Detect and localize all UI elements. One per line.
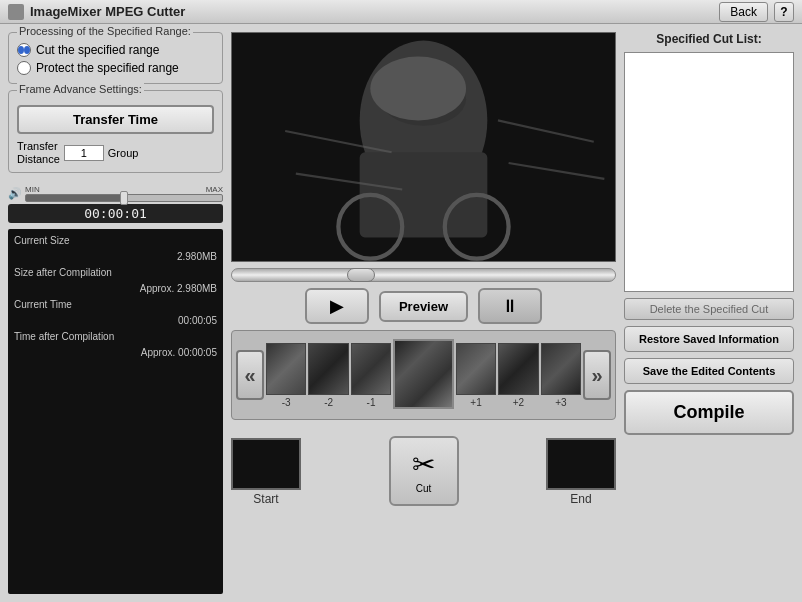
transport-row: ▶ Preview ⏸: [231, 288, 616, 324]
film-thumb-plus2: [498, 343, 538, 395]
film-frame-minus1: -1: [351, 343, 391, 408]
start-thumb: [231, 438, 301, 490]
time-display: 00:00:01: [8, 204, 223, 223]
info-panel: Current Size 2.980MB Size after Compilat…: [8, 229, 223, 594]
film-frame-plus2: +2: [498, 343, 538, 408]
film-frame-plus3: +3: [541, 343, 581, 408]
preview-button[interactable]: Preview: [379, 291, 468, 322]
current-size-label: Current Size: [14, 233, 70, 249]
volume-slider[interactable]: [25, 194, 223, 202]
back-button[interactable]: Back: [719, 2, 768, 22]
current-size-value: 2.980MB: [177, 249, 217, 265]
center-panel: ▶ Preview ⏸ « -3: [231, 32, 616, 594]
cut-radio[interactable]: [17, 43, 31, 57]
vol-min-label: MIN: [25, 185, 40, 194]
time-after-label: Time after Compilation: [14, 329, 114, 345]
volume-thumb[interactable]: [120, 191, 128, 205]
film-frame-minus2: -2: [308, 343, 348, 408]
right-panel: Specified Cut List: Delete the Specified…: [624, 32, 794, 594]
play-button[interactable]: ▶: [305, 288, 369, 324]
film-thumb-plus3: [541, 343, 581, 395]
filmstrip: « -3 -2 -1: [231, 330, 616, 420]
transfer-distance-label: TransferDistance: [17, 140, 60, 166]
cut-option-row[interactable]: Cut the specified range: [17, 43, 214, 57]
film-frame-plus1: +1: [456, 343, 496, 408]
end-section: End: [546, 438, 616, 506]
play-icon: ▶: [330, 295, 344, 317]
save-button[interactable]: Save the Edited Contents: [624, 358, 794, 384]
video-frame: [232, 33, 615, 261]
film-thumb-plus1: [456, 343, 496, 395]
protect-option-row[interactable]: Protect the specified range: [17, 61, 214, 75]
filmstrip-prev-button[interactable]: «: [236, 350, 264, 400]
film-thumb-center: [393, 339, 454, 409]
scrubber-row: [231, 268, 616, 282]
film-label-plus1: +1: [470, 397, 481, 408]
cut-button[interactable]: ✂ Cut: [389, 436, 459, 506]
transfer-time-button[interactable]: Transfer Time: [17, 105, 214, 134]
pause-button[interactable]: ⏸: [478, 288, 542, 324]
film-label-minus3: -3: [282, 397, 291, 408]
restore-button[interactable]: Restore Saved Information: [624, 326, 794, 352]
current-time-label: Current Time: [14, 297, 72, 313]
film-thumb-minus3: [266, 343, 306, 395]
transfer-distance-input[interactable]: [64, 145, 104, 161]
scissors-icon: ✂: [412, 448, 435, 481]
film-label-plus3: +3: [555, 397, 566, 408]
end-thumb: [546, 438, 616, 490]
filmstrip-next-button[interactable]: »: [583, 350, 611, 400]
frame-advance-group: Frame Advance Settings: Transfer Time Tr…: [8, 90, 223, 173]
start-label: Start: [253, 492, 278, 506]
film-thumb-minus1: [351, 343, 391, 395]
film-label-minus1: -1: [367, 397, 376, 408]
protect-label: Protect the specified range: [36, 61, 179, 75]
help-button[interactable]: ?: [774, 2, 794, 22]
next-icon: »: [591, 364, 602, 387]
protect-radio[interactable]: [17, 61, 31, 75]
speaker-icon: 🔊: [8, 187, 22, 200]
left-panel: Processing of the Specified Range: Cut t…: [8, 32, 223, 594]
film-label-minus2: -2: [324, 397, 333, 408]
title-bar: ImageMixer MPEG Cutter Back ?: [0, 0, 802, 24]
film-frame-minus3: -3: [266, 343, 306, 408]
end-label: End: [570, 492, 591, 506]
svg-point-3: [370, 57, 466, 121]
vol-max-label: MAX: [206, 185, 223, 194]
cut-label: Cut: [416, 483, 432, 494]
processing-group: Processing of the Specified Range: Cut t…: [8, 32, 223, 84]
video-svg: [232, 33, 615, 261]
scrubber-thumb[interactable]: [347, 268, 375, 282]
start-section: Start: [231, 438, 301, 506]
cut-list-box: [624, 52, 794, 292]
volume-section: 🔊 MIN MAX 00:00:01: [8, 179, 223, 223]
film-thumb-minus2: [308, 343, 348, 395]
main-content: Processing of the Specified Range: Cut t…: [0, 24, 802, 602]
app-title: ImageMixer MPEG Cutter: [30, 4, 185, 19]
compile-button[interactable]: Compile: [624, 390, 794, 435]
pause-icon: ⏸: [501, 296, 519, 317]
film-label-plus2: +2: [513, 397, 524, 408]
processing-group-label: Processing of the Specified Range:: [17, 25, 193, 37]
transfer-unit: Group: [108, 147, 139, 159]
prev-icon: «: [244, 364, 255, 387]
cut-label: Cut the specified range: [36, 43, 159, 57]
app-icon: [8, 4, 24, 20]
time-after-value: Approx. 00:00:05: [141, 345, 217, 361]
bottom-controls: Start ✂ Cut End: [231, 426, 616, 506]
video-preview: [231, 32, 616, 262]
film-frame-center: [393, 339, 454, 411]
current-time-value: 00:00:05: [178, 313, 217, 329]
cut-list-title: Specified Cut List:: [624, 32, 794, 46]
scrubber-track[interactable]: [231, 268, 616, 282]
size-after-value: Approx. 2.980MB: [140, 281, 217, 297]
transfer-distance-row: TransferDistance Group: [17, 140, 214, 166]
size-after-label: Size after Compilation: [14, 265, 112, 281]
frame-advance-label: Frame Advance Settings:: [17, 83, 144, 95]
delete-cut-button[interactable]: Delete the Specified Cut: [624, 298, 794, 320]
